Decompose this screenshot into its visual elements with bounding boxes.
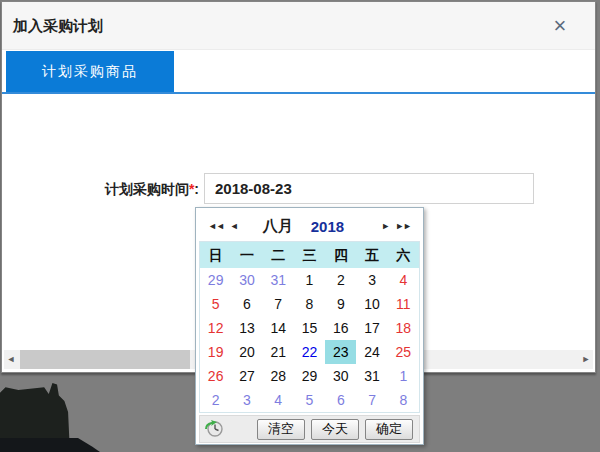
- dialog-title: 加入采购计划: [13, 2, 103, 50]
- day-cell-normal-16[interactable]: 16: [325, 316, 356, 340]
- day-cell-next-3[interactable]: 3: [231, 388, 262, 412]
- day-cell-next-8[interactable]: 8: [388, 388, 419, 412]
- day-cell-weekend-25[interactable]: 25: [388, 340, 419, 364]
- weekday-label: 日: [200, 242, 231, 268]
- day-cell-prev-29[interactable]: 29: [200, 268, 231, 292]
- day-cell-normal-8[interactable]: 8: [294, 292, 325, 316]
- day-cell-next-4[interactable]: 4: [263, 388, 294, 412]
- day-cell-next-6[interactable]: 6: [325, 388, 356, 412]
- weekday-label: 六: [388, 242, 419, 268]
- day-cell-prev-30[interactable]: 30: [231, 268, 262, 292]
- weekday-label: 一: [231, 242, 262, 268]
- calendar-month-label[interactable]: 八月: [263, 217, 293, 236]
- day-cell-next-5[interactable]: 5: [294, 388, 325, 412]
- calendar-day-grid: 2930311234567891011121314151617181920212…: [200, 268, 419, 412]
- day-cell-normal-7[interactable]: 7: [263, 292, 294, 316]
- day-cell-weekend-26[interactable]: 26: [200, 364, 231, 388]
- time-picker-icon[interactable]: [204, 420, 224, 438]
- calendar-footer: 清空 今天 确定: [199, 415, 420, 443]
- day-cell-normal-2[interactable]: 2: [325, 268, 356, 292]
- day-cell-weekend-12[interactable]: 12: [200, 316, 231, 340]
- calendar-year-label[interactable]: 2018: [311, 218, 344, 235]
- weekday-label: 三: [294, 242, 325, 268]
- clear-button[interactable]: 清空: [257, 419, 305, 440]
- day-cell-normal-17[interactable]: 17: [356, 316, 387, 340]
- day-cell-next-1[interactable]: 1: [388, 364, 419, 388]
- day-cell-weekend-19[interactable]: 19: [200, 340, 231, 364]
- prev-year-icon[interactable]: ◄◄: [205, 221, 227, 231]
- day-cell-normal-31[interactable]: 31: [356, 364, 387, 388]
- day-cell-normal-27[interactable]: 27: [231, 364, 262, 388]
- day-cell-normal-1[interactable]: 1: [294, 268, 325, 292]
- scrollbar-thumb[interactable]: [20, 350, 190, 369]
- day-cell-normal-10[interactable]: 10: [356, 292, 387, 316]
- day-cell-next-7[interactable]: 7: [356, 388, 387, 412]
- weekday-label: 四: [325, 242, 356, 268]
- day-cell-normal-3[interactable]: 3: [356, 268, 387, 292]
- day-cell-normal-13[interactable]: 13: [231, 316, 262, 340]
- day-cell-normal-6[interactable]: 6: [231, 292, 262, 316]
- weekday-label: 五: [356, 242, 387, 268]
- day-cell-normal-21[interactable]: 21: [263, 340, 294, 364]
- label-colon: :: [194, 181, 199, 197]
- calendar-nav: ◄◄ ◄ 八月 2018 ► ►►: [199, 211, 420, 241]
- day-cell-normal-24[interactable]: 24: [356, 340, 387, 364]
- date-field-label: 计划采购时间*:: [42, 181, 199, 199]
- next-year-icon[interactable]: ►►: [392, 221, 414, 231]
- day-cell-weekend-11[interactable]: 11: [388, 292, 419, 316]
- weekday-label: 二: [263, 242, 294, 268]
- calendar-weekday-row: 日一二三四五六: [200, 242, 419, 268]
- day-cell-normal-30[interactable]: 30: [325, 364, 356, 388]
- date-picker-popup: ◄◄ ◄ 八月 2018 ► ►► 日一二三四五六 29303112345678…: [195, 207, 424, 445]
- background-photo-strip: [0, 438, 100, 452]
- day-cell-next-2[interactable]: 2: [200, 388, 231, 412]
- tab-strip: 计划采购商品: [2, 50, 595, 94]
- ok-button[interactable]: 确定: [365, 419, 413, 440]
- screen: 加入采购计划 × 计划采购商品 计划采购时间*: ◄ ► ◄◄ ◄ 八月 201…: [0, 0, 600, 452]
- day-cell-weekend-18[interactable]: 18: [388, 316, 419, 340]
- scroll-right-arrow-icon[interactable]: ►: [579, 350, 593, 369]
- day-cell-normal-15[interactable]: 15: [294, 316, 325, 340]
- calendar-grid-box: 日一二三四五六 29303112345678910111213141516171…: [199, 241, 420, 413]
- scroll-left-arrow-icon[interactable]: ◄: [4, 350, 18, 369]
- close-icon[interactable]: ×: [547, 13, 573, 39]
- planned-purchase-date-input[interactable]: [204, 173, 534, 204]
- day-cell-weekend-5[interactable]: 5: [200, 292, 231, 316]
- next-month-icon[interactable]: ►: [378, 221, 392, 231]
- day-cell-normal-28[interactable]: 28: [263, 364, 294, 388]
- day-cell-normal-9[interactable]: 9: [325, 292, 356, 316]
- day-cell-today-22[interactable]: 22: [294, 340, 325, 364]
- tab-planned-purchase-goods[interactable]: 计划采购商品: [6, 51, 174, 92]
- day-cell-normal-20[interactable]: 20: [231, 340, 262, 364]
- date-label-text: 计划采购时间: [105, 181, 189, 197]
- dialog-titlebar: 加入采购计划 ×: [2, 2, 595, 50]
- day-cell-prev-31[interactable]: 31: [263, 268, 294, 292]
- day-cell-normal-14[interactable]: 14: [263, 316, 294, 340]
- day-cell-selected-23[interactable]: 23: [325, 340, 356, 364]
- day-cell-weekend-4[interactable]: 4: [388, 268, 419, 292]
- prev-month-icon[interactable]: ◄: [227, 221, 241, 231]
- today-button[interactable]: 今天: [311, 419, 359, 440]
- day-cell-normal-29[interactable]: 29: [294, 364, 325, 388]
